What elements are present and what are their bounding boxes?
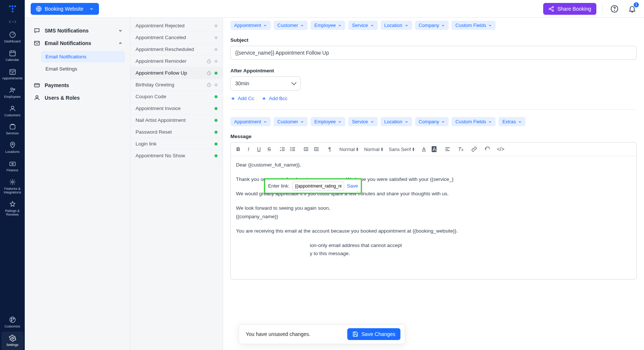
clock-icon (206, 71, 212, 76)
notification-type-row[interactable]: Appointment Rejected (130, 20, 223, 32)
notification-type-row[interactable]: Appointment Reminder (130, 55, 223, 67)
app-logo[interactable] (0, 0, 25, 18)
placeholder-chip[interactable]: Employee (311, 21, 345, 30)
svg-point-3 (11, 8, 13, 10)
email-icon (34, 40, 40, 47)
notification-type-row[interactable]: Login link (130, 138, 223, 150)
page-body: Dashboard Calendar Appointments Employee… (0, 18, 644, 350)
subject-input[interactable] (230, 46, 637, 60)
placeholder-chip[interactable]: Employee (311, 117, 345, 126)
appointments-icon (9, 68, 16, 75)
outdent-button[interactable] (302, 145, 310, 153)
svg-point-24 (13, 318, 14, 319)
placeholder-chip[interactable]: Custom Fields (452, 117, 496, 126)
notification-type-row[interactable]: Nail Artist Appointment (130, 114, 223, 126)
indent-button[interactable] (313, 145, 320, 153)
sidenav-item-calendar[interactable]: Calendar (1, 47, 24, 65)
link-save-button[interactable]: Save (347, 182, 358, 190)
notification-type-row[interactable]: Appointment Rescheduled (130, 44, 223, 55)
placeholder-chip[interactable]: Location (381, 21, 412, 30)
sidenav-item-features[interactable]: Features & Integrations (1, 175, 24, 198)
sidenav-item-services[interactable]: Services (1, 120, 24, 138)
placeholder-chip[interactable]: Appointment (230, 117, 271, 126)
placeholder-chip[interactable]: Location (381, 117, 412, 126)
sidenav-item-finance[interactable]: Finance (1, 157, 24, 175)
message-paragraph: We look forward to seeing you again soon… (236, 205, 631, 212)
unordered-list-button[interactable] (289, 145, 297, 153)
placeholder-chip[interactable]: Company (415, 21, 449, 30)
sidenav-collapse[interactable] (0, 19, 25, 24)
strike-button[interactable]: S (266, 145, 273, 153)
editor-content[interactable]: Dear {{customer_full_name}}, Thank you o… (231, 156, 636, 279)
notification-type-row[interactable]: Password Reset (130, 126, 223, 138)
notifications-button[interactable]: 1 (626, 3, 638, 15)
highlight-button[interactable]: A (431, 145, 438, 153)
clear-format-button[interactable]: Tx (457, 145, 465, 153)
placeholder-chip[interactable]: Service (348, 21, 377, 30)
direction-button[interactable]: ¶ (326, 145, 333, 153)
settings-subitem-email-notif[interactable]: Email Notifications (41, 51, 125, 62)
placeholder-chip[interactable]: Service (348, 117, 377, 126)
sidenav-item-customers[interactable]: Customers (1, 102, 24, 120)
status-dot (215, 143, 217, 145)
settings-nav: SMS Notifications Email Notifications Em… (25, 18, 130, 350)
undo-button[interactable] (484, 145, 491, 153)
notification-type-row[interactable]: Birthday Greeting (130, 79, 223, 91)
svg-point-23 (11, 318, 12, 319)
settings-section-users[interactable]: Users & Roles (31, 92, 125, 104)
link-button[interactable] (470, 145, 478, 153)
notification-type-row[interactable]: Appointment Follow Up (130, 67, 223, 79)
notification-type-row[interactable]: Appointment Invoice (130, 103, 223, 114)
bold-button[interactable]: B (234, 145, 242, 153)
sidenav-item-employees[interactable]: Employees (1, 83, 24, 102)
sidenav-item-locations[interactable]: Locations (1, 138, 24, 157)
sidenav-item-appointments[interactable]: Appointments (1, 65, 24, 83)
settings-subitem-email-settings[interactable]: Email Settings (41, 63, 125, 75)
svg-point-7 (549, 8, 551, 10)
sidenav-item-customize[interactable]: Customize (1, 313, 24, 332)
svg-point-8 (552, 10, 554, 11)
placeholder-chip[interactable]: Company (415, 117, 449, 126)
text-color-button[interactable]: A (420, 145, 428, 153)
settings-section-sms[interactable]: SMS Notifications (31, 24, 125, 37)
ordered-list-button[interactable] (279, 145, 286, 153)
clock-icon (206, 59, 212, 64)
sidenav-item-dashboard[interactable]: Dashboard (1, 28, 24, 47)
align-button[interactable] (444, 145, 451, 153)
booking-website-dropdown[interactable]: Booking Website (31, 3, 99, 15)
code-button[interactable]: </> (497, 145, 504, 153)
settings-section-payments[interactable]: Payments (31, 79, 125, 92)
sidenav-item-settings[interactable]: Settings (1, 332, 24, 350)
booking-label: Booking Website (45, 6, 83, 12)
underline-button[interactable]: U (255, 145, 263, 153)
message-paragraph-tail: y to this message. (236, 250, 631, 258)
settings-section-email[interactable]: Email Notifications (31, 37, 125, 49)
svg-rect-19 (10, 162, 15, 166)
link-url-input[interactable] (292, 182, 344, 191)
svg-point-2 (14, 5, 16, 7)
svg-point-18 (11, 144, 13, 145)
header-select[interactable]: Normal ▴▾ (364, 147, 383, 152)
notification-type-row[interactable]: Coupon Code (130, 91, 223, 103)
save-changes-button[interactable]: Save Changes (347, 328, 401, 340)
font-family-select[interactable]: Sans Serif ▴▾ (389, 147, 414, 152)
placeholder-chip[interactable]: Appointment (230, 21, 271, 30)
placeholder-chip[interactable]: Extras (499, 117, 525, 126)
help-button[interactable] (609, 3, 620, 15)
italic-button[interactable]: I (245, 145, 252, 153)
add-cc-link[interactable]: Add Cc (230, 96, 254, 101)
align-icon (445, 146, 451, 152)
notification-type-row[interactable]: Appointment No Show (130, 150, 223, 162)
add-bcc-link[interactable]: Add Bcc (261, 96, 287, 101)
placeholder-chip[interactable]: Customer (274, 117, 308, 126)
plus-icon (261, 96, 267, 101)
status-dot (215, 48, 217, 51)
placeholder-chip[interactable]: Customer (274, 21, 308, 30)
placeholder-chip[interactable]: Custom Fields (452, 21, 496, 30)
share-booking-button[interactable]: Share Booking (543, 3, 596, 15)
sidenav-item-ratings[interactable]: Ratings & Reviews (1, 198, 24, 220)
after-appointment-select[interactable]: 30min (230, 76, 301, 90)
font-size-select[interactable]: Normal ▴▾ (339, 147, 358, 152)
notification-type-row[interactable]: Appointment Canceled (130, 32, 223, 44)
svg-point-4 (11, 10, 13, 12)
